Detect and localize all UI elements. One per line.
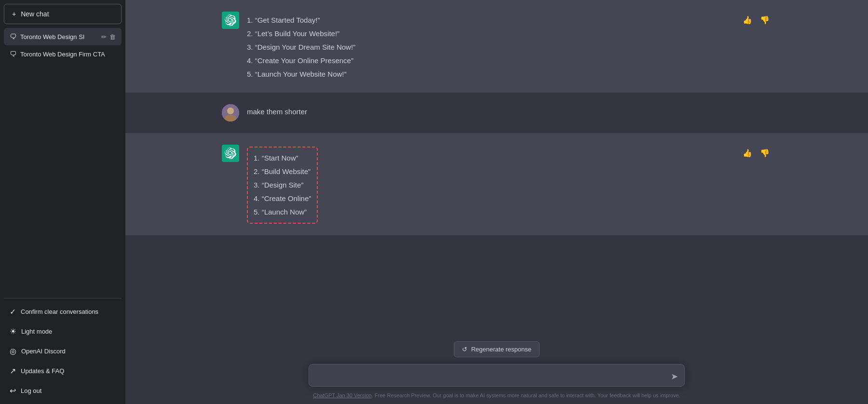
thumbs-up-button-2[interactable]: 👍 <box>741 148 754 159</box>
chat-input-wrapper: ➤ <box>309 364 685 389</box>
ai-message-content-2: 1. “Start Now” 2. “Build Website” 3. “De… <box>247 145 733 224</box>
updates-faq-button[interactable]: ↗ Updates & FAQ <box>4 362 122 380</box>
regenerate-icon: ↺ <box>462 346 467 353</box>
confirm-clear-button[interactable]: ✓ Confirm clear conversations <box>4 302 122 321</box>
sidebar-bottom: ✓ Confirm clear conversations ☀ Light mo… <box>4 302 122 400</box>
list-item: 4. “Create Your Online Presence” <box>247 54 733 67</box>
light-mode-label: Light mode <box>21 328 52 335</box>
discord-icon: ◎ <box>10 347 16 356</box>
message-row-ai-1: 1. “Get Started Today!” 2. “Let’s Build … <box>125 0 868 93</box>
list-item: 2. “Build Website” <box>254 165 311 178</box>
user-message-content-1: make them shorter <box>247 104 772 118</box>
list-item: 4. “Create Online” <box>254 192 311 205</box>
external-link-icon: ↗ <box>10 366 16 376</box>
regenerate-label: Regenerate response <box>471 346 531 353</box>
input-area: ↺ Regenerate response ➤ ChatGPT Jan 30 V… <box>125 334 868 404</box>
thumbs-up-button-1[interactable]: 👍 <box>741 14 754 26</box>
sun-icon: ☀ <box>10 327 16 336</box>
regenerate-button[interactable]: ↺ Regenerate response <box>454 341 540 357</box>
chat-item-1[interactable]: 🗨 Toronto Web Design SI ✏ 🗑 <box>4 28 122 45</box>
chat-item-label-2: Toronto Web Design Firm CTA <box>20 51 116 58</box>
list-item: 3. “Design Your Dream Site Now!” <box>247 40 733 54</box>
plus-icon: + <box>12 10 16 18</box>
list-item: 1. “Get Started Today!” <box>247 13 733 27</box>
gpt-avatar-2 <box>222 145 239 162</box>
footer-description: . Free Research Preview. Our goal is to … <box>372 392 680 398</box>
list-item: 2. “Let’s Build Your Website!” <box>247 27 733 40</box>
chat-item-actions-1: ✏ 🗑 <box>101 33 116 40</box>
chat-bubble-icon-2: 🗨 <box>10 50 16 58</box>
user-avatar-1 <box>222 104 239 121</box>
list-item: 1. “Start Now” <box>254 151 311 165</box>
new-chat-label: New chat <box>21 10 49 18</box>
sidebar-divider <box>4 298 122 298</box>
ai-message-content-1: 1. “Get Started Today!” 2. “Let’s Build … <box>247 12 733 81</box>
user-message-text-1: make them shorter <box>247 108 307 116</box>
footer-version-link[interactable]: ChatGPT Jan 30 Version <box>313 392 371 398</box>
footer-text: ChatGPT Jan 30 Version. Free Research Pr… <box>313 389 680 400</box>
svg-point-1 <box>227 108 234 114</box>
delete-chat-icon-1[interactable]: 🗑 <box>109 33 116 40</box>
messages-container: 1. “Get Started Today!” 2. “Let’s Build … <box>125 0 868 334</box>
logout-button[interactable]: ↩ Log out <box>4 381 122 400</box>
chat-list: 🗨 Toronto Web Design SI ✏ 🗑 🗨 Toronto We… <box>4 28 122 294</box>
message-row-ai-2: 1. “Start Now” 2. “Build Website” 3. “De… <box>125 133 868 235</box>
chat-bubble-icon-1: 🗨 <box>10 33 16 40</box>
logout-icon: ↩ <box>10 386 16 395</box>
main-area: 1. “Get Started Today!” 2. “Let’s Build … <box>125 0 868 404</box>
gpt-avatar-1 <box>222 12 239 29</box>
sidebar: + New chat 🗨 Toronto Web Design SI ✏ 🗑 🗨… <box>0 0 125 404</box>
send-button[interactable]: ➤ <box>670 370 679 383</box>
checkmark-icon: ✓ <box>10 307 16 316</box>
discord-label: OpenAI Discord <box>21 348 66 355</box>
list-item: 5. “Launch Your Website Now!” <box>247 67 733 81</box>
new-chat-button[interactable]: + New chat <box>4 4 122 24</box>
chat-item-label-1: Toronto Web Design SI <box>20 33 97 40</box>
discord-button[interactable]: ◎ OpenAI Discord <box>4 342 122 361</box>
updates-faq-label: Updates & FAQ <box>21 367 64 375</box>
edit-chat-icon-1[interactable]: ✏ <box>101 33 107 40</box>
message-row-user-1: make them shorter <box>125 93 868 133</box>
message-actions-1: 👍 👎 <box>741 12 772 26</box>
ai-message-list-2: 1. “Start Now” 2. “Build Website” 3. “De… <box>254 151 311 219</box>
thumbs-down-button-1[interactable]: 👎 <box>758 14 772 26</box>
logout-label: Log out <box>21 387 41 394</box>
chat-item-2[interactable]: 🗨 Toronto Web Design Firm CTA <box>4 45 122 63</box>
chat-input[interactable] <box>309 364 685 387</box>
light-mode-button[interactable]: ☀ Light mode <box>4 322 122 341</box>
confirm-clear-label: Confirm clear conversations <box>21 308 98 315</box>
message-actions-2: 👍 👎 <box>741 145 772 159</box>
list-item: 5. “Launch Now” <box>254 205 311 219</box>
send-icon: ➤ <box>671 372 678 381</box>
highlighted-response-box: 1. “Start Now” 2. “Build Website” 3. “De… <box>247 147 318 224</box>
list-item: 3. “Design Site” <box>254 178 311 192</box>
ai-message-list-1: 1. “Get Started Today!” 2. “Let’s Build … <box>247 13 733 81</box>
thumbs-down-button-2[interactable]: 👎 <box>758 148 772 159</box>
